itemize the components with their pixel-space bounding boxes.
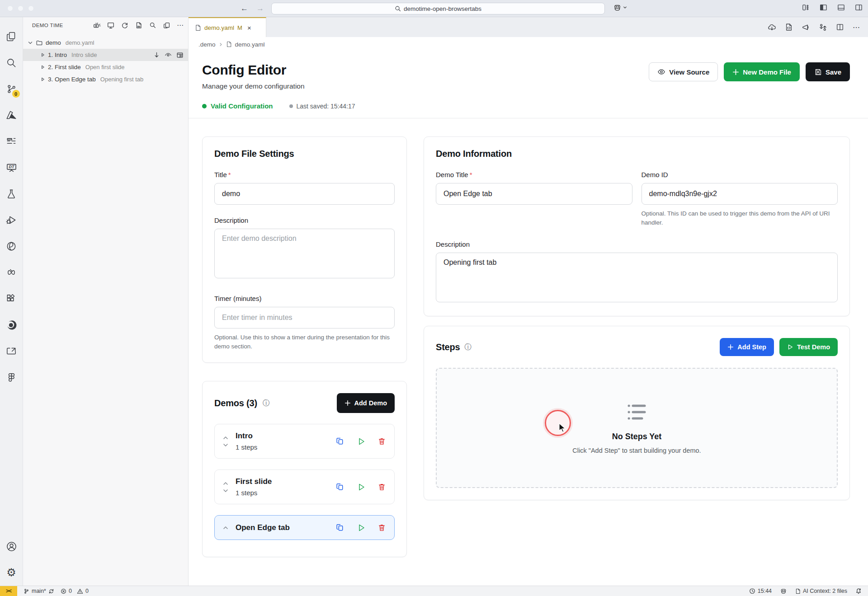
run-demo-icon[interactable] xyxy=(357,437,366,446)
delete-demo-icon[interactable] xyxy=(377,483,386,491)
copilot-menu[interactable] xyxy=(613,3,627,12)
run-debug-icon[interactable] xyxy=(0,207,23,233)
toggle-panel-icon[interactable] xyxy=(837,4,845,11)
demo-item-intro[interactable]: Intro 1 steps xyxy=(214,424,395,459)
open-editor-icon[interactable] xyxy=(176,52,184,59)
toggle-secondary-sidebar-icon[interactable] xyxy=(855,4,863,11)
tree-item-open-edge-tab[interactable]: 3. Open Edge tab Opening first tab xyxy=(23,73,188,85)
delete-demo-icon[interactable] xyxy=(377,523,386,532)
move-up-icon[interactable] xyxy=(223,436,228,440)
demo-file-settings-card: Demo File Settings Title* Description Ti… xyxy=(202,136,407,363)
testing-flask-icon[interactable] xyxy=(0,181,23,207)
more-actions-icon[interactable]: ⋯ xyxy=(177,21,184,29)
close-window-button[interactable] xyxy=(7,5,13,11)
delete-demo-icon[interactable] xyxy=(377,437,386,446)
chevron-down-icon xyxy=(623,5,627,9)
demo-id-input[interactable] xyxy=(642,183,838,205)
description-textarea[interactable] xyxy=(214,229,395,278)
refresh-icon[interactable] xyxy=(121,21,129,29)
steps-info-icon[interactable]: ⓘ xyxy=(464,343,472,352)
customize-layout-icon[interactable] xyxy=(802,4,810,11)
move-down-icon[interactable] xyxy=(223,489,228,493)
demo-time-icon[interactable]: DT xyxy=(0,155,23,181)
tree-item-first-slide[interactable]: 2. First slide Open first slide xyxy=(23,61,188,73)
cloud-download-icon[interactable] xyxy=(768,23,776,32)
demo-id-label: Demo ID xyxy=(642,171,838,178)
empty-title: No Steps Yet xyxy=(612,432,662,441)
tree-item-intro[interactable]: 1. Intro Intro slide xyxy=(23,49,188,61)
add-step-button[interactable]: Add Step xyxy=(720,338,774,356)
run-demo-icon[interactable] xyxy=(357,483,366,492)
editor-more-actions-icon[interactable]: ⋯ xyxy=(853,23,860,32)
command-center-search[interactable]: demotime-open-browsertabs xyxy=(271,3,605,14)
ai-context-status[interactable]: AI Context: 2 files xyxy=(795,588,847,594)
move-down-icon[interactable] xyxy=(223,443,228,447)
accounts-icon[interactable] xyxy=(0,533,23,559)
history-back-icon[interactable]: ← xyxy=(241,4,248,13)
run-demo-icon[interactable] xyxy=(357,523,366,532)
close-tab-icon[interactable]: × xyxy=(247,24,251,32)
dark-swirl-extension-icon[interactable] xyxy=(0,312,23,338)
megaphone-icon[interactable] xyxy=(802,23,810,32)
move-down-icon[interactable] xyxy=(153,52,160,58)
demos-info-icon[interactable]: ⓘ xyxy=(263,399,270,408)
demo-item-open-edge-tab[interactable]: Open Edge tab xyxy=(214,515,395,540)
demo-description-textarea[interactable]: Opening first tab xyxy=(436,253,838,302)
copilot-status-icon[interactable] xyxy=(780,587,787,595)
save-button[interactable]: Save xyxy=(806,62,850,81)
start-presentation-icon[interactable] xyxy=(93,21,101,29)
move-up-icon[interactable] xyxy=(223,526,228,530)
tab-demo-yaml[interactable]: demo.yaml M × xyxy=(189,17,266,37)
compare-changes-icon[interactable] xyxy=(819,23,827,32)
duplicate-icon[interactable] xyxy=(163,21,171,29)
duplicate-demo-icon[interactable] xyxy=(335,523,345,532)
sync-icon[interactable] xyxy=(48,588,54,594)
screencast-extension-icon[interactable] xyxy=(0,338,23,364)
source-control-icon[interactable]: 0 xyxy=(0,76,23,102)
swirl-extension-icon[interactable] xyxy=(0,233,23,259)
extensions-icon[interactable] xyxy=(0,286,23,312)
figma-extension-icon[interactable] xyxy=(0,364,23,390)
minimize-window-button[interactable] xyxy=(18,5,24,11)
branch-status[interactable]: main* xyxy=(24,588,54,594)
export-pdf-icon[interactable]: PDF xyxy=(135,21,143,29)
view-source-button[interactable]: View Source xyxy=(649,62,718,81)
demo-step-count: 1 steps xyxy=(236,489,272,497)
demo-description-label: Description xyxy=(436,240,838,248)
breadcrumb[interactable]: .demo demo.yaml xyxy=(189,37,868,52)
add-demo-label: Add Demo xyxy=(354,399,387,407)
duplicate-demo-icon[interactable] xyxy=(335,482,345,492)
title-input[interactable] xyxy=(214,183,395,205)
history-forward-icon[interactable]: → xyxy=(256,4,264,13)
click-ripple xyxy=(545,410,571,436)
zoom-window-button[interactable] xyxy=(28,5,34,11)
presentation-screen-icon[interactable] xyxy=(107,21,115,29)
move-up-icon[interactable] xyxy=(223,482,228,485)
preview-eye-icon[interactable] xyxy=(165,52,172,59)
azure-icon[interactable] xyxy=(0,102,23,128)
demo-title-input[interactable] xyxy=(436,183,632,205)
tree-root-row[interactable]: demo demo.yaml xyxy=(23,37,188,49)
split-editor-icon[interactable] xyxy=(836,23,844,31)
settings-gear-icon[interactable]: ⚙ xyxy=(0,559,23,586)
search-demos-icon[interactable] xyxy=(149,21,157,29)
timer-input[interactable] xyxy=(214,307,395,329)
search-view-icon[interactable] xyxy=(0,50,23,76)
clock-status[interactable]: 15:44 xyxy=(749,588,772,594)
breadcrumb-file[interactable]: demo.yaml xyxy=(235,41,265,48)
problems-status[interactable]: 0 0 xyxy=(61,588,89,594)
explorer-icon[interactable] xyxy=(0,23,23,50)
loop-extension-icon[interactable] xyxy=(0,259,23,286)
notifications-bell-icon[interactable] xyxy=(855,588,862,594)
file-code-icon[interactable] xyxy=(785,23,793,31)
demo-item-first-slide[interactable]: First slide 1 steps xyxy=(214,469,395,504)
window-controls[interactable] xyxy=(7,5,34,11)
duplicate-demo-icon[interactable] xyxy=(335,436,345,446)
test-demo-button[interactable]: Test Demo xyxy=(779,338,838,356)
add-demo-button[interactable]: Add Demo xyxy=(337,393,395,413)
list-settings-icon[interactable] xyxy=(0,128,23,155)
remote-indicator[interactable]: >< xyxy=(0,586,17,596)
toggle-primary-sidebar-icon[interactable] xyxy=(820,4,827,11)
breadcrumb-folder[interactable]: .demo xyxy=(198,41,216,48)
new-demo-file-button[interactable]: New Demo File xyxy=(724,62,800,81)
